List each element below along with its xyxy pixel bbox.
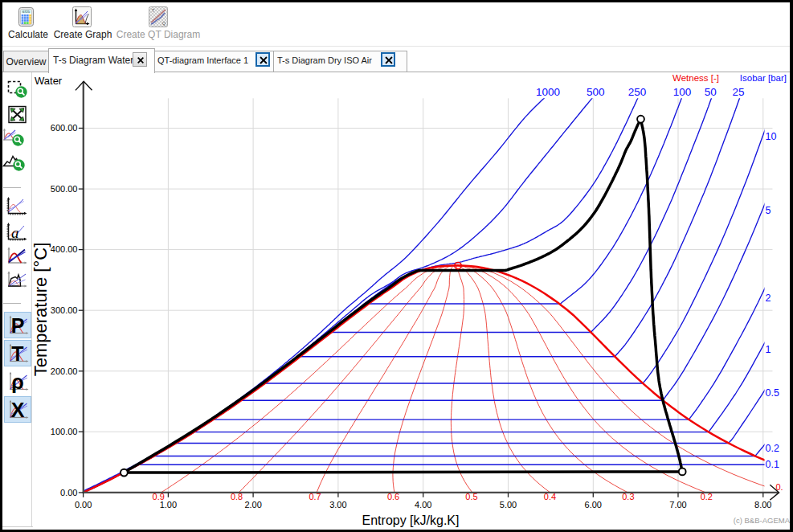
svg-text:400.00: 400.00 xyxy=(51,244,78,254)
svg-text:T: T xyxy=(11,342,23,365)
svg-text:0.1: 0.1 xyxy=(766,459,779,470)
svg-text:(c) B&B-AGEMA: (c) B&B-AGEMA xyxy=(734,516,791,525)
svg-text:Temperature [°C]: Temperature [°C] xyxy=(32,243,51,377)
svg-text:0.2: 0.2 xyxy=(766,443,779,454)
svg-text:300.00: 300.00 xyxy=(51,305,78,315)
svg-text:250: 250 xyxy=(628,86,647,98)
svg-text:5: 5 xyxy=(766,205,771,216)
svg-text:Entropy [kJ/kg.K]: Entropy [kJ/kg.K] xyxy=(362,514,460,527)
svg-text:0.7: 0.7 xyxy=(309,492,321,501)
svg-text:8.00: 8.00 xyxy=(754,500,771,509)
svg-text:Water: Water xyxy=(35,75,63,87)
svg-text:Wetness [-]: Wetness [-] xyxy=(672,73,719,83)
svg-text:0.6: 0.6 xyxy=(387,492,399,501)
svg-text:0.2: 0.2 xyxy=(701,492,713,501)
svg-text:0.5: 0.5 xyxy=(766,387,779,399)
svg-text:2.00: 2.00 xyxy=(244,500,261,509)
svg-text:5.00: 5.00 xyxy=(500,500,517,509)
svg-text:1000: 1000 xyxy=(536,86,560,98)
svg-text:200.00: 200.00 xyxy=(51,366,78,376)
svg-text:600.00: 600.00 xyxy=(51,123,78,133)
svg-text:T: T xyxy=(152,8,154,13)
svg-text:50: 50 xyxy=(705,86,717,98)
svg-text:4.00: 4.00 xyxy=(415,500,431,509)
svg-text:7.00: 7.00 xyxy=(669,500,686,509)
svg-text:X: X xyxy=(11,399,25,421)
svg-text:25: 25 xyxy=(733,86,745,98)
svg-text:500.00: 500.00 xyxy=(51,184,78,194)
svg-text:0.00: 0.00 xyxy=(60,488,77,497)
svg-text:0.5: 0.5 xyxy=(465,492,477,501)
svg-text:0.: 0. xyxy=(776,482,783,492)
svg-text:3.00: 3.00 xyxy=(329,500,346,509)
svg-text:0.9: 0.9 xyxy=(153,492,165,501)
svg-text:a: a xyxy=(11,224,19,241)
svg-text:ρ: ρ xyxy=(11,370,23,393)
svg-text:10: 10 xyxy=(766,131,777,142)
svg-text:6.00: 6.00 xyxy=(585,500,602,509)
svg-text:0.00: 0.00 xyxy=(75,500,92,509)
svg-text:Q: Q xyxy=(162,21,166,26)
svg-text:100.00: 100.00 xyxy=(51,427,78,436)
svg-text:2: 2 xyxy=(766,293,771,304)
svg-text:0.4: 0.4 xyxy=(544,492,556,501)
svg-text:6725: 6725 xyxy=(22,10,31,14)
svg-text:100: 100 xyxy=(673,86,692,98)
svg-text:500: 500 xyxy=(587,86,605,98)
svg-text:P: P xyxy=(11,314,25,337)
svg-text:Isobar [bar]: Isobar [bar] xyxy=(740,73,787,83)
svg-text:0.8: 0.8 xyxy=(231,492,243,501)
svg-text:1: 1 xyxy=(766,344,771,355)
svg-text:0.3: 0.3 xyxy=(622,492,634,501)
